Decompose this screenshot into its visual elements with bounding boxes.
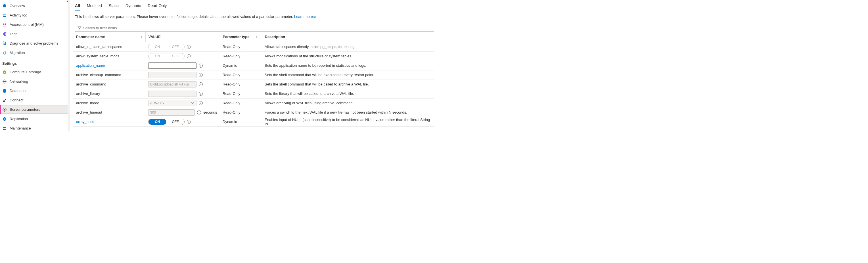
sidebar-item-connect[interactable]: Connect bbox=[0, 95, 70, 105]
param-desc: Sets the shell command that will be call… bbox=[262, 80, 434, 89]
param-type: Read-Only bbox=[220, 42, 262, 51]
sidebar-item-server-parameters[interactable]: Server parameters bbox=[0, 105, 70, 114]
sidebar-item-label: Activity log bbox=[10, 13, 27, 17]
tab-modified[interactable]: Modified bbox=[87, 3, 102, 10]
tab-all[interactable]: All bbox=[75, 3, 80, 10]
info-icon[interactable]: i bbox=[187, 54, 191, 58]
sidebar-item-replication[interactable]: Replication bbox=[0, 114, 70, 123]
svg-rect-3 bbox=[3, 14, 6, 15]
sidebar-item-access-control-iam-[interactable]: Access control (IAM) bbox=[0, 20, 70, 29]
col-header-type[interactable]: Parameter type↑↓ bbox=[220, 32, 262, 42]
sidebar-item-label: Access control (IAM) bbox=[10, 23, 44, 27]
sidebar-item-label: Tags bbox=[10, 32, 17, 36]
param-name-link[interactable]: array_nulls bbox=[76, 120, 94, 124]
toggle-switch[interactable]: ONOFF bbox=[148, 119, 185, 125]
sidebar-item-label: Diagnose and solve problems bbox=[10, 41, 58, 46]
sidebar-item-databases[interactable]: Databases bbox=[0, 86, 70, 95]
sort-icon: ↑↓ bbox=[256, 35, 259, 38]
param-type: Read-Only bbox=[220, 108, 262, 117]
sidebar-item-diagnose-and-solve-problems[interactable]: Diagnose and solve problems bbox=[0, 39, 70, 48]
filter-tabs: AllModifiedStaticDynamicRead-Only bbox=[73, 3, 434, 10]
sidebar-item-label: Overview bbox=[10, 4, 25, 8]
param-type: Read-Only bbox=[220, 51, 262, 61]
col-header-value[interactable]: VALUE bbox=[145, 32, 220, 42]
table-row: allow_system_table_modsONOFFiRead-OnlyAl… bbox=[73, 51, 434, 61]
svg-rect-4 bbox=[3, 15, 6, 16]
info-icon[interactable]: i bbox=[197, 111, 201, 114]
table-row: archive_modeALWAYSiRead-OnlyAllows archi… bbox=[73, 98, 434, 108]
svg-rect-0 bbox=[3, 4, 6, 7]
param-name: archive_library bbox=[76, 91, 100, 96]
sidebar-item-compute-storage[interactable]: Compute + storage bbox=[0, 67, 70, 77]
svg-point-10 bbox=[4, 71, 5, 73]
info-text: This list shows all server parameters. P… bbox=[75, 14, 294, 19]
param-text-input bbox=[148, 109, 195, 116]
sidebar-icon bbox=[2, 32, 7, 36]
param-desc: Allows modifications of the structure of… bbox=[262, 51, 434, 61]
param-name: allow_in_place_tablespaces bbox=[76, 45, 122, 49]
param-text-input bbox=[148, 72, 196, 78]
info-icon[interactable]: i bbox=[199, 82, 203, 86]
param-name: archive_mode bbox=[76, 101, 99, 105]
sidebar-item-label: Server parameters bbox=[10, 107, 40, 112]
tab-read-only[interactable]: Read-Only bbox=[148, 3, 167, 10]
sidebar-item-migration[interactable]: Migration bbox=[0, 48, 70, 57]
param-desc: Allows archiving of WAL files using arch… bbox=[262, 98, 434, 108]
parameters-table: Parameter name↑↓ VALUE Parameter type↑↓ … bbox=[73, 32, 434, 127]
table-row: archive_commandiRead-OnlySets the shell … bbox=[73, 80, 434, 89]
param-text-input bbox=[148, 91, 196, 97]
table-row: allow_in_place_tablespacesONOFFiRead-Onl… bbox=[73, 42, 434, 51]
info-icon[interactable]: i bbox=[199, 101, 203, 105]
sidebar-item-label: Migration bbox=[10, 51, 25, 55]
info-icon[interactable]: i bbox=[199, 64, 203, 67]
param-select: ALWAYS bbox=[148, 100, 196, 106]
sidebar-icon bbox=[2, 107, 7, 112]
param-name-link[interactable]: application_name bbox=[76, 63, 105, 67]
sidebar-scrollbar[interactable] bbox=[68, 0, 70, 132]
sidebar-icon bbox=[2, 126, 7, 130]
sidebar-icon bbox=[2, 4, 7, 8]
sidebar-item-maintenance[interactable]: Maintenance bbox=[0, 123, 70, 132]
param-type: Read-Only bbox=[220, 98, 262, 108]
sidebar-item-activity-log[interactable]: Activity log bbox=[0, 10, 70, 20]
svg-point-8 bbox=[3, 43, 4, 44]
param-text-input[interactable] bbox=[148, 62, 196, 69]
table-row: archive_libraryiRead-OnlySets the librar… bbox=[73, 89, 434, 98]
param-name: archive_timeout bbox=[76, 110, 102, 114]
sidebar-icon bbox=[2, 70, 7, 75]
sidebar-icon bbox=[2, 98, 7, 103]
sort-icon: ↑↓ bbox=[140, 35, 143, 38]
info-icon[interactable]: i bbox=[187, 120, 191, 124]
param-type: Read-Only bbox=[220, 80, 262, 89]
sidebar-item-overview[interactable]: Overview bbox=[0, 1, 70, 10]
external-link-icon: ⧉ bbox=[313, 15, 316, 19]
svg-point-6 bbox=[5, 23, 6, 25]
col-header-desc[interactable]: Description bbox=[262, 32, 434, 42]
param-name: archive_command bbox=[76, 82, 106, 86]
sidebar-item-label: Replication bbox=[10, 117, 28, 121]
table-row: archive_timeoutisecondsRead-OnlyForces a… bbox=[73, 108, 434, 117]
filter-icon bbox=[78, 26, 82, 30]
search-input[interactable] bbox=[83, 26, 432, 30]
info-icon[interactable]: i bbox=[199, 73, 203, 77]
col-header-name[interactable]: Parameter name↑↓ bbox=[73, 32, 145, 42]
search-box[interactable] bbox=[75, 24, 434, 32]
unit-label: seconds bbox=[203, 110, 217, 114]
sidebar-icon bbox=[2, 23, 7, 27]
param-desc: Sets the library that will be called to … bbox=[262, 89, 434, 98]
tab-dynamic[interactable]: Dynamic bbox=[125, 3, 141, 10]
param-text-input bbox=[148, 81, 196, 87]
info-icon[interactable]: i bbox=[187, 45, 191, 49]
param-type: Read-Only bbox=[220, 70, 262, 80]
sidebar-item-label: Maintenance bbox=[10, 126, 31, 130]
sidebar-item-tags[interactable]: Tags bbox=[0, 29, 70, 39]
svg-rect-17 bbox=[3, 128, 6, 129]
info-icon[interactable]: i bbox=[199, 92, 203, 96]
param-type: Read-Only bbox=[220, 89, 262, 98]
sidebar-item-networking[interactable]: Networking bbox=[0, 77, 70, 86]
svg-point-5 bbox=[3, 23, 4, 25]
learn-more-link[interactable]: Learn more⧉ bbox=[294, 14, 316, 19]
table-row: array_nullsONOFFiDynamicEnables input of… bbox=[73, 117, 434, 126]
info-line: This list shows all server parameters. P… bbox=[73, 14, 434, 19]
tab-static[interactable]: Static bbox=[109, 3, 119, 10]
